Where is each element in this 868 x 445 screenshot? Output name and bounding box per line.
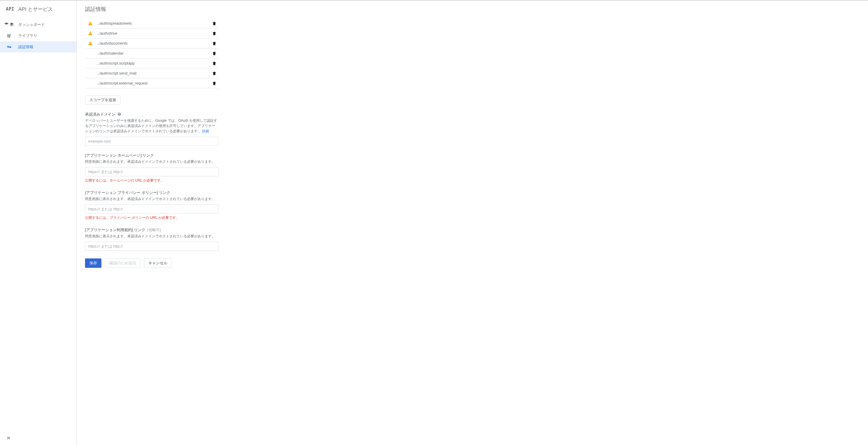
sidebar-item-credentials[interactable]: 認証情報: [0, 41, 76, 53]
delete-scope-button[interactable]: [211, 30, 217, 36]
nav-list: ダッシュボード ライブラリ 認証情報: [0, 19, 76, 53]
scope-path: ../auth/script.external_request: [97, 81, 148, 85]
scope-row: ../auth/script.scriptapp: [85, 58, 218, 68]
section-title-text: [アプリケーション プライバシー ポリシー] リンク: [85, 190, 170, 196]
privacy-link-section: [アプリケーション プライバシー ポリシー] リンク 同意画面に表示されます。承…: [85, 190, 218, 220]
main-content: 認証情報 ../auth/spreadsheets../auth/drive..…: [77, 1, 868, 445]
scope-row: ../auth/calendar: [85, 49, 218, 58]
trash-icon: [212, 21, 217, 26]
homepage-link-section: [アプリケーション ホームページ] リンク 同意画面に表示されます。承認済みドメ…: [85, 153, 218, 183]
sidebar-item-label: ダッシュボード: [18, 22, 45, 27]
scope-row: ../auth/drive: [85, 28, 218, 38]
library-icon: [6, 33, 12, 38]
trash-icon: [212, 51, 217, 56]
scope-row: ../auth/documents: [85, 38, 218, 49]
sidebar-header: API API とサービス: [0, 1, 76, 17]
api-logo: API: [6, 6, 14, 12]
collapse-sidebar-button[interactable]: [5, 435, 12, 442]
delete-scope-button[interactable]: [211, 51, 217, 56]
button-row: 保存 確認のため送信 キャンセル: [85, 259, 218, 268]
cancel-button[interactable]: キャンセル: [144, 259, 172, 268]
error-message: 公開するには、プライバシー ポリシーの URL が必要です。: [85, 215, 218, 220]
sidebar-item-label: 認証情報: [18, 44, 33, 50]
delete-scope-button[interactable]: [211, 21, 217, 26]
scope-path: ../auth/drive: [97, 31, 117, 35]
add-scope-button[interactable]: スコープを追加: [85, 95, 121, 105]
scope-row: ../auth/script.external_request: [85, 78, 218, 88]
authorized-domain-input[interactable]: [85, 137, 218, 146]
section-desc: 同意画面に表示されます。承認済みドメインでホストされている必要があります。: [85, 159, 218, 164]
warning-icon: [88, 31, 93, 36]
section-title-text: [アプリケーション ホームページ] リンク: [85, 153, 154, 158]
section-desc: 同意画面に表示されます。承認済みドメインでホストされている必要があります。: [85, 234, 218, 239]
key-icon: [6, 44, 12, 50]
authorized-domains-section: 承認済みドメイン デベロッパーとユーザーを保護するために、Google では、O…: [85, 112, 218, 146]
section-desc: デベロッパーとユーザーを保護するために、Google では、OAuth を使用し…: [85, 118, 218, 134]
svg-marker-2: [10, 25, 13, 26]
scope-row: ../auth/spreadsheets: [85, 19, 218, 28]
privacy-url-input[interactable]: [85, 204, 218, 213]
delete-scope-button[interactable]: [211, 80, 217, 86]
trash-icon: [212, 71, 217, 76]
sidebar-item-label: ライブラリ: [18, 33, 37, 38]
trash-icon: [212, 31, 217, 36]
tos-url-input[interactable]: [85, 242, 218, 251]
warning-icon: [88, 41, 93, 46]
delete-scope-button[interactable]: [211, 60, 217, 66]
submit-verification-button[interactable]: 確認のため送信: [105, 259, 141, 268]
trash-icon: [212, 41, 217, 46]
trash-icon: [212, 61, 217, 66]
dashboard-icon: [6, 22, 12, 27]
details-link[interactable]: 詳細: [202, 129, 209, 133]
page-title: 認証情報: [85, 1, 860, 19]
section-title-text: 承認済みドメイン: [85, 112, 116, 117]
save-button[interactable]: 保存: [85, 259, 101, 268]
svg-marker-1: [10, 23, 13, 25]
sidebar-item-library[interactable]: ライブラリ: [0, 30, 76, 41]
section-title-text: [アプリケーション利用規約] リンク: [85, 227, 146, 233]
delete-scope-button[interactable]: [211, 40, 217, 46]
scope-row: ../auth/script.send_mail: [85, 68, 218, 78]
optional-label: (省略可): [147, 227, 161, 233]
sidebar: API API とサービス ダッシュボード ライブラリ: [0, 1, 77, 445]
scope-path: ../auth/script.send_mail: [97, 71, 136, 76]
section-desc: 同意画面に表示されます。承認済みドメインでホストされている必要があります。: [85, 196, 218, 202]
scope-path: ../auth/calendar: [97, 51, 124, 55]
trash-icon: [212, 81, 217, 86]
scope-path: ../auth/documents: [97, 41, 127, 46]
sidebar-item-dashboard[interactable]: ダッシュボード: [0, 19, 76, 30]
scope-list: ../auth/spreadsheets../auth/drive../auth…: [85, 19, 218, 88]
homepage-url-input[interactable]: [85, 167, 218, 176]
scope-path: ../auth/spreadsheets: [97, 21, 132, 26]
delete-scope-button[interactable]: [211, 70, 217, 76]
scope-path: ../auth/script.scriptapp: [97, 61, 134, 65]
sidebar-title: API とサービス: [19, 6, 53, 12]
help-icon[interactable]: [117, 112, 121, 117]
error-message: 公開するには、ホームページの URL が必要です。: [85, 178, 218, 183]
tos-link-section: [アプリケーション利用規約] リンク (省略可) 同意画面に表示されます。承認済…: [85, 227, 218, 251]
warning-icon: [88, 21, 93, 26]
